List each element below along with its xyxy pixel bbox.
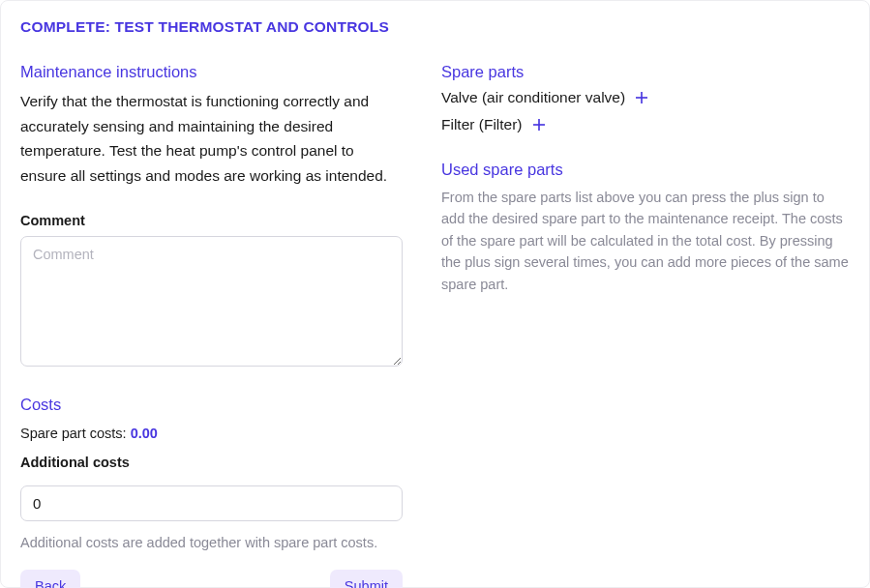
instructions-heading: Maintenance instructions bbox=[20, 63, 403, 81]
plus-icon[interactable] bbox=[633, 89, 650, 106]
comment-label: Comment bbox=[20, 213, 403, 228]
back-button[interactable]: Back bbox=[20, 570, 80, 588]
button-row: Back Submit bbox=[20, 570, 403, 588]
spare-cost-line: Spare part costs: 0.00 bbox=[20, 426, 403, 441]
used-spare-parts-heading: Used spare parts bbox=[441, 161, 850, 179]
additional-costs-helper: Additional costs are added together with… bbox=[20, 535, 403, 550]
page-title: COMPLETE: TEST THERMOSTAT AND CONTROLS bbox=[20, 18, 850, 36]
submit-button[interactable]: Submit bbox=[330, 570, 403, 588]
spare-item-label: Valve (air conditioner valve) bbox=[441, 89, 625, 106]
used-spare-parts-description: From the spare parts list above you can … bbox=[441, 187, 850, 295]
maintenance-card: COMPLETE: TEST THERMOSTAT AND CONTROLS M… bbox=[0, 0, 870, 588]
spare-cost-value: 0.00 bbox=[131, 426, 158, 441]
comment-input[interactable] bbox=[20, 236, 403, 367]
costs-heading: Costs bbox=[20, 396, 403, 414]
plus-icon[interactable] bbox=[530, 116, 548, 133]
right-column: Spare parts Valve (air conditioner valve… bbox=[441, 63, 850, 588]
spare-item: Filter (Filter) bbox=[441, 116, 850, 133]
instructions-text: Verify that the thermostat is functionin… bbox=[20, 89, 403, 188]
spare-item-label: Filter (Filter) bbox=[441, 116, 523, 133]
spare-item: Valve (air conditioner valve) bbox=[441, 89, 850, 106]
two-column-layout: Maintenance instructions Verify that the… bbox=[20, 63, 850, 588]
additional-costs-input[interactable] bbox=[20, 485, 403, 521]
spare-parts-heading: Spare parts bbox=[441, 63, 850, 81]
spare-parts-list: Valve (air conditioner valve) Filter (Fi… bbox=[441, 89, 850, 133]
left-column: Maintenance instructions Verify that the… bbox=[20, 63, 403, 588]
additional-costs-label: Additional costs bbox=[20, 455, 403, 470]
spare-cost-label: Spare part costs: bbox=[20, 426, 131, 441]
